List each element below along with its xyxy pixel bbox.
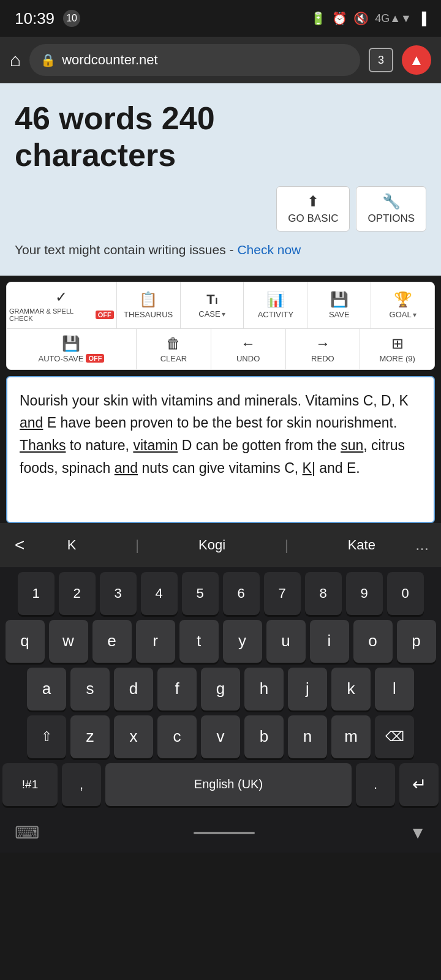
save-button[interactable]: 💾 SAVE [307,282,371,328]
zxcv-row: ⇧ z x c v b n m ⌫ [2,715,439,758]
key-3[interactable]: 3 [100,572,137,615]
key-z[interactable]: z [70,715,110,758]
toolbar-row-2: 💾 AUTO-SAVE OFF 🗑 CLEAR ← UNDO → REDO ⊞ … [7,329,434,369]
key-j[interactable]: j [288,668,327,710]
key-e[interactable]: e [92,620,132,663]
auto-save-button[interactable]: 💾 AUTO-SAVE OFF [7,329,137,369]
underline-thanks: Thanks [20,437,66,453]
collapse-keyboard-icon[interactable]: ▼ [409,823,426,843]
thesaurus-button[interactable]: 📋 THESAURUS [117,282,181,328]
key-y[interactable]: y [223,620,262,663]
underline-and-1: and [20,415,43,431]
key-u[interactable]: u [266,620,306,663]
autocomplete-back-button[interactable]: < [6,535,33,555]
enter-key[interactable]: ↵ [399,763,439,806]
key-l[interactable]: l [375,668,414,710]
key-0[interactable]: 0 [387,572,424,615]
period-key[interactable]: . [356,763,395,806]
key-4[interactable]: 4 [141,572,178,615]
toolbar-row-1: ✓ GRAMMAR & SPELL CHECK OFF 📋 THESAURUS … [7,282,434,329]
activity-icon: 📊 [266,291,285,308]
autocomplete-option-kate[interactable]: Kate [339,532,384,558]
bottom-row: !#1 , English (UK) . ↵ [2,763,439,806]
key-w[interactable]: w [49,620,88,663]
autocomplete-more-button[interactable]: ... [409,535,435,554]
symbols-key[interactable]: !#1 [2,763,58,806]
key-g[interactable]: g [201,668,240,710]
key-1[interactable]: 1 [18,572,55,615]
keyboard: 1 2 3 4 5 6 7 8 9 0 q w e r t y u i o p … [0,567,441,813]
key-8[interactable]: 8 [305,572,342,615]
up-button[interactable]: ▲ [402,45,431,75]
undo-button[interactable]: ← UNDO [211,329,286,369]
go-basic-label: GO BASIC [288,213,338,225]
home-button[interactable]: ⌂ [10,50,21,70]
grammar-spell-check-button[interactable]: ✓ GRAMMAR & SPELL CHECK OFF [7,282,117,328]
browser-bar: ⌂ 🔒 wordcounter.net 3 ▲ [0,37,441,83]
autocomplete-option-k[interactable]: K [59,532,85,558]
more-button[interactable]: ⊞ MORE (9) [360,329,434,369]
clear-button[interactable]: 🗑 CLEAR [137,329,211,369]
underline-sun: sun [341,437,363,453]
case-button[interactable]: Tᵢ CASE ▾ [181,282,244,328]
go-basic-icon: ⬆ [307,193,319,210]
key-5[interactable]: 5 [182,572,219,615]
key-s[interactable]: s [70,668,110,710]
more-label: MORE (9) [379,354,415,363]
key-q[interactable]: q [6,620,45,663]
key-i[interactable]: i [310,620,349,663]
case-icon: Tᵢ [206,292,217,307]
key-d[interactable]: d [114,668,153,710]
keyboard-icon[interactable]: ⌨ [15,823,39,843]
key-v[interactable]: v [201,715,240,758]
save-icon: 💾 [330,291,349,308]
key-h[interactable]: h [244,668,284,710]
go-basic-button[interactable]: ⬆ GO BASIC [276,186,350,232]
goal-button[interactable]: 🏆 GOAL ▾ [371,282,434,328]
notification-badge: 10 [63,10,80,27]
key-t[interactable]: t [179,620,219,663]
auto-save-off-badge: OFF [86,354,104,363]
redo-button[interactable]: → REDO [286,329,361,369]
check-now-link[interactable]: Check now [237,243,301,257]
redo-label: REDO [311,354,334,363]
key-o[interactable]: o [353,620,393,663]
options-button[interactable]: 🔧 OPTIONS [356,186,426,232]
key-n[interactable]: n [288,715,327,758]
redo-icon: → [315,335,330,352]
url-text: wordcounter.net [62,52,158,68]
key-6[interactable]: 6 [223,572,260,615]
tab-count[interactable]: 3 [369,48,393,72]
status-time: 10:39 [15,9,55,28]
space-key[interactable]: English (UK) [105,763,352,806]
key-7[interactable]: 7 [264,572,301,615]
goal-label: GOAL ▾ [390,310,417,319]
auto-save-label: AUTO-SAVE OFF [39,354,105,363]
text-editor[interactable]: Nourish your skin with vitamins and mine… [6,376,435,523]
autocomplete-option-kogi[interactable]: Kogi [190,532,234,558]
key-c[interactable]: c [157,715,197,758]
activity-button[interactable]: 📊 ACTIVITY [244,282,307,328]
scroll-indicator [194,832,255,834]
backspace-key[interactable]: ⌫ [375,715,414,758]
underline-and-2: and [115,460,138,476]
key-k[interactable]: k [331,668,371,710]
battery-icon: 🔋 [311,11,326,26]
key-a[interactable]: a [27,668,66,710]
key-b[interactable]: b [244,715,284,758]
key-x[interactable]: x [114,715,153,758]
word-count-line1: 46 words 240 [15,100,215,136]
signal-icon: 4G▲▼ [375,12,412,25]
key-9[interactable]: 9 [346,572,383,615]
comma-key[interactable]: , [62,763,101,806]
url-bar[interactable]: 🔒 wordcounter.net [29,44,360,76]
shift-key[interactable]: ⇧ [27,715,66,758]
key-m[interactable]: m [331,715,371,758]
key-p[interactable]: p [397,620,436,663]
autocomplete-bar: < K | Kogi | Kate ... [0,523,441,567]
key-f[interactable]: f [157,668,197,710]
toolbar: ✓ GRAMMAR & SPELL CHECK OFF 📋 THESAURUS … [6,282,435,370]
key-2[interactable]: 2 [59,572,96,615]
action-buttons: ⬆ GO BASIC 🔧 OPTIONS [15,186,426,232]
key-r[interactable]: r [136,620,175,663]
